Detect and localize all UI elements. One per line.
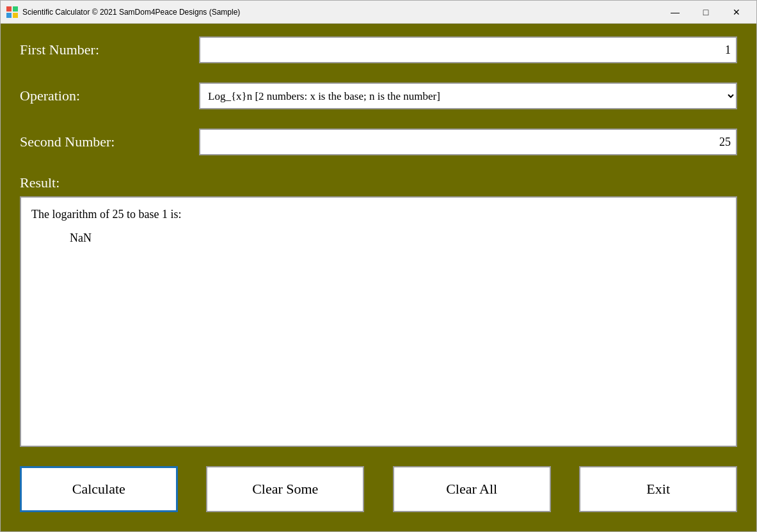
first-number-label: First Number: (20, 42, 199, 58)
svg-rect-1 (13, 6, 18, 12)
clear-some-button[interactable]: Clear Some (206, 466, 364, 512)
title-bar-text: Scientific Calculator © 2021 SamDom4Peac… (22, 8, 660, 17)
svg-rect-3 (13, 13, 18, 18)
result-label: Result: (20, 175, 737, 191)
app-icon (6, 6, 19, 19)
title-bar-controls: — □ ✕ (660, 3, 751, 21)
close-button[interactable]: ✕ (722, 3, 751, 21)
calculate-button[interactable]: Calculate (20, 466, 178, 512)
button-row: Calculate Clear Some Clear All Exit (20, 466, 737, 519)
operation-select[interactable]: Log_{x}n [2 numbers: x is the base; n is… (199, 82, 737, 109)
svg-rect-0 (6, 6, 12, 12)
result-box: The logarithm of 25 to base 1 is: NaN (20, 196, 737, 447)
title-bar: Scientific Calculator © 2021 SamDom4Peac… (1, 1, 756, 24)
maximize-button[interactable]: □ (691, 3, 721, 21)
operation-label: Operation: (20, 88, 199, 104)
main-content: First Number: Operation: Log_{x}n [2 num… (1, 24, 756, 531)
second-number-label: Second Number: (20, 134, 199, 150)
first-number-row: First Number: (20, 36, 737, 63)
second-number-row: Second Number: (20, 129, 737, 155)
result-section: Result: The logarithm of 25 to base 1 is… (20, 175, 737, 447)
first-number-input[interactable] (199, 36, 737, 63)
second-number-input[interactable] (199, 129, 737, 155)
clear-all-button[interactable]: Clear All (393, 466, 551, 512)
exit-button[interactable]: Exit (579, 466, 737, 512)
result-line1: The logarithm of 25 to base 1 is: (31, 208, 726, 221)
minimize-button[interactable]: — (660, 3, 690, 21)
app-window: Scientific Calculator © 2021 SamDom4Peac… (0, 0, 757, 532)
operation-row: Operation: Log_{x}n [2 numbers: x is the… (20, 82, 737, 109)
result-line2: NaN (70, 231, 726, 245)
svg-rect-2 (6, 13, 12, 18)
